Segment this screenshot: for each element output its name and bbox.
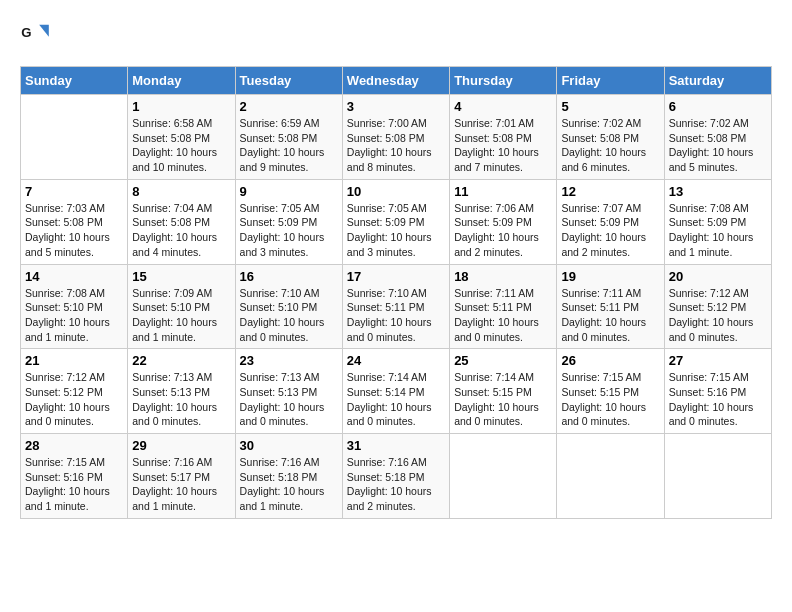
day-number: 1	[132, 99, 230, 114]
calendar-cell: 6Sunrise: 7:02 AM Sunset: 5:08 PM Daylig…	[664, 95, 771, 180]
day-number: 19	[561, 269, 659, 284]
day-info: Sunrise: 7:15 AM Sunset: 5:15 PM Dayligh…	[561, 370, 659, 429]
day-info: Sunrise: 6:58 AM Sunset: 5:08 PM Dayligh…	[132, 116, 230, 175]
day-info: Sunrise: 7:12 AM Sunset: 5:12 PM Dayligh…	[25, 370, 123, 429]
day-number: 29	[132, 438, 230, 453]
calendar-week-4: 21Sunrise: 7:12 AM Sunset: 5:12 PM Dayli…	[21, 349, 772, 434]
calendar-cell: 23Sunrise: 7:13 AM Sunset: 5:13 PM Dayli…	[235, 349, 342, 434]
day-header-friday: Friday	[557, 67, 664, 95]
calendar-cell: 22Sunrise: 7:13 AM Sunset: 5:13 PM Dayli…	[128, 349, 235, 434]
day-number: 25	[454, 353, 552, 368]
day-header-sunday: Sunday	[21, 67, 128, 95]
day-info: Sunrise: 6:59 AM Sunset: 5:08 PM Dayligh…	[240, 116, 338, 175]
calendar-cell: 9Sunrise: 7:05 AM Sunset: 5:09 PM Daylig…	[235, 179, 342, 264]
svg-text:G: G	[21, 25, 31, 40]
calendar-cell	[21, 95, 128, 180]
calendar-cell: 20Sunrise: 7:12 AM Sunset: 5:12 PM Dayli…	[664, 264, 771, 349]
calendar-cell: 8Sunrise: 7:04 AM Sunset: 5:08 PM Daylig…	[128, 179, 235, 264]
day-info: Sunrise: 7:01 AM Sunset: 5:08 PM Dayligh…	[454, 116, 552, 175]
day-info: Sunrise: 7:02 AM Sunset: 5:08 PM Dayligh…	[561, 116, 659, 175]
svg-marker-1	[39, 25, 49, 37]
day-info: Sunrise: 7:07 AM Sunset: 5:09 PM Dayligh…	[561, 201, 659, 260]
day-info: Sunrise: 7:02 AM Sunset: 5:08 PM Dayligh…	[669, 116, 767, 175]
calendar-cell	[450, 434, 557, 519]
day-number: 14	[25, 269, 123, 284]
day-number: 17	[347, 269, 445, 284]
day-number: 12	[561, 184, 659, 199]
calendar-cell: 3Sunrise: 7:00 AM Sunset: 5:08 PM Daylig…	[342, 95, 449, 180]
calendar-cell: 1Sunrise: 6:58 AM Sunset: 5:08 PM Daylig…	[128, 95, 235, 180]
day-number: 5	[561, 99, 659, 114]
calendar-cell	[557, 434, 664, 519]
calendar-cell	[664, 434, 771, 519]
day-info: Sunrise: 7:16 AM Sunset: 5:18 PM Dayligh…	[240, 455, 338, 514]
day-info: Sunrise: 7:08 AM Sunset: 5:10 PM Dayligh…	[25, 286, 123, 345]
day-info: Sunrise: 7:14 AM Sunset: 5:14 PM Dayligh…	[347, 370, 445, 429]
calendar-week-2: 7Sunrise: 7:03 AM Sunset: 5:08 PM Daylig…	[21, 179, 772, 264]
day-number: 7	[25, 184, 123, 199]
day-info: Sunrise: 7:10 AM Sunset: 5:10 PM Dayligh…	[240, 286, 338, 345]
day-info: Sunrise: 7:15 AM Sunset: 5:16 PM Dayligh…	[669, 370, 767, 429]
day-info: Sunrise: 7:16 AM Sunset: 5:17 PM Dayligh…	[132, 455, 230, 514]
day-number: 23	[240, 353, 338, 368]
calendar-header: SundayMondayTuesdayWednesdayThursdayFrid…	[21, 67, 772, 95]
day-info: Sunrise: 7:16 AM Sunset: 5:18 PM Dayligh…	[347, 455, 445, 514]
day-header-saturday: Saturday	[664, 67, 771, 95]
day-number: 8	[132, 184, 230, 199]
calendar-cell: 30Sunrise: 7:16 AM Sunset: 5:18 PM Dayli…	[235, 434, 342, 519]
day-number: 4	[454, 99, 552, 114]
day-number: 24	[347, 353, 445, 368]
day-number: 3	[347, 99, 445, 114]
calendar-cell: 17Sunrise: 7:10 AM Sunset: 5:11 PM Dayli…	[342, 264, 449, 349]
day-info: Sunrise: 7:12 AM Sunset: 5:12 PM Dayligh…	[669, 286, 767, 345]
calendar-cell: 5Sunrise: 7:02 AM Sunset: 5:08 PM Daylig…	[557, 95, 664, 180]
calendar-cell: 31Sunrise: 7:16 AM Sunset: 5:18 PM Dayli…	[342, 434, 449, 519]
calendar-cell: 24Sunrise: 7:14 AM Sunset: 5:14 PM Dayli…	[342, 349, 449, 434]
day-info: Sunrise: 7:11 AM Sunset: 5:11 PM Dayligh…	[561, 286, 659, 345]
day-number: 27	[669, 353, 767, 368]
calendar-cell: 25Sunrise: 7:14 AM Sunset: 5:15 PM Dayli…	[450, 349, 557, 434]
calendar-cell: 16Sunrise: 7:10 AM Sunset: 5:10 PM Dayli…	[235, 264, 342, 349]
day-number: 16	[240, 269, 338, 284]
day-info: Sunrise: 7:00 AM Sunset: 5:08 PM Dayligh…	[347, 116, 445, 175]
logo: G	[20, 20, 52, 50]
calendar-cell: 12Sunrise: 7:07 AM Sunset: 5:09 PM Dayli…	[557, 179, 664, 264]
calendar-cell: 13Sunrise: 7:08 AM Sunset: 5:09 PM Dayli…	[664, 179, 771, 264]
page-header: G	[20, 20, 772, 60]
day-number: 6	[669, 99, 767, 114]
day-number: 26	[561, 353, 659, 368]
calendar-cell: 28Sunrise: 7:15 AM Sunset: 5:16 PM Dayli…	[21, 434, 128, 519]
day-info: Sunrise: 7:06 AM Sunset: 5:09 PM Dayligh…	[454, 201, 552, 260]
day-info: Sunrise: 7:14 AM Sunset: 5:15 PM Dayligh…	[454, 370, 552, 429]
day-info: Sunrise: 7:04 AM Sunset: 5:08 PM Dayligh…	[132, 201, 230, 260]
day-number: 10	[347, 184, 445, 199]
calendar-cell: 21Sunrise: 7:12 AM Sunset: 5:12 PM Dayli…	[21, 349, 128, 434]
day-info: Sunrise: 7:13 AM Sunset: 5:13 PM Dayligh…	[132, 370, 230, 429]
day-info: Sunrise: 7:05 AM Sunset: 5:09 PM Dayligh…	[347, 201, 445, 260]
day-number: 18	[454, 269, 552, 284]
calendar-cell: 27Sunrise: 7:15 AM Sunset: 5:16 PM Dayli…	[664, 349, 771, 434]
calendar-cell: 29Sunrise: 7:16 AM Sunset: 5:17 PM Dayli…	[128, 434, 235, 519]
calendar-cell: 26Sunrise: 7:15 AM Sunset: 5:15 PM Dayli…	[557, 349, 664, 434]
day-info: Sunrise: 7:09 AM Sunset: 5:10 PM Dayligh…	[132, 286, 230, 345]
day-number: 13	[669, 184, 767, 199]
day-number: 28	[25, 438, 123, 453]
calendar-table: SundayMondayTuesdayWednesdayThursdayFrid…	[20, 66, 772, 519]
calendar-cell: 2Sunrise: 6:59 AM Sunset: 5:08 PM Daylig…	[235, 95, 342, 180]
day-header-monday: Monday	[128, 67, 235, 95]
calendar-cell: 14Sunrise: 7:08 AM Sunset: 5:10 PM Dayli…	[21, 264, 128, 349]
day-header-wednesday: Wednesday	[342, 67, 449, 95]
day-number: 21	[25, 353, 123, 368]
calendar-cell: 19Sunrise: 7:11 AM Sunset: 5:11 PM Dayli…	[557, 264, 664, 349]
calendar-week-1: 1Sunrise: 6:58 AM Sunset: 5:08 PM Daylig…	[21, 95, 772, 180]
day-info: Sunrise: 7:10 AM Sunset: 5:11 PM Dayligh…	[347, 286, 445, 345]
day-number: 11	[454, 184, 552, 199]
day-number: 15	[132, 269, 230, 284]
day-number: 20	[669, 269, 767, 284]
calendar-cell: 18Sunrise: 7:11 AM Sunset: 5:11 PM Dayli…	[450, 264, 557, 349]
calendar-cell: 15Sunrise: 7:09 AM Sunset: 5:10 PM Dayli…	[128, 264, 235, 349]
day-header-thursday: Thursday	[450, 67, 557, 95]
logo-icon: G	[20, 20, 50, 50]
calendar-cell: 7Sunrise: 7:03 AM Sunset: 5:08 PM Daylig…	[21, 179, 128, 264]
day-number: 2	[240, 99, 338, 114]
